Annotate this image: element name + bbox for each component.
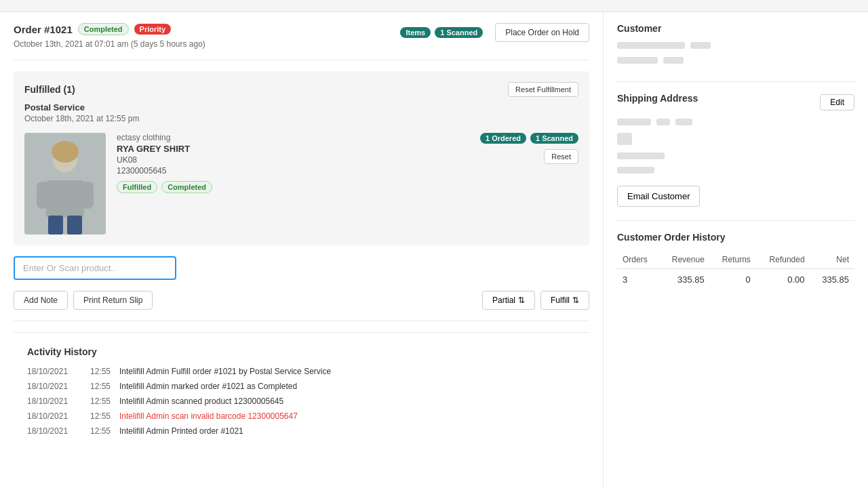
order-number: Order #1021: [14, 24, 73, 35]
item-brand: ectasy clothing: [117, 133, 469, 142]
activity-text: Intelifill Admin Printed order #1021: [119, 426, 576, 436]
fulfilled-title: Fulfilled (1): [24, 84, 75, 95]
activity-time: 12:55: [90, 382, 114, 391]
edit-address-button[interactable]: Edit: [820, 94, 854, 110]
address-row-3: [617, 152, 854, 163]
cell-net: 335.85: [810, 269, 854, 291]
shipping-title: Shipping Address: [617, 93, 698, 104]
actions-divider: [14, 321, 589, 321]
history-tbody: 3 335.85 0 0.00 335.85: [617, 269, 854, 291]
col-net: Net: [810, 251, 854, 269]
customer-name-placeholder: [617, 42, 685, 49]
cell-orders: 3: [617, 269, 659, 291]
activity-time: 12:55: [90, 396, 114, 406]
left-panel: Order #1021 Completed Priority October 1…: [0, 12, 604, 488]
add-note-button[interactable]: Add Note: [14, 291, 68, 310]
items-scanned-badges: Items 1 Scanned: [400, 27, 483, 38]
activity-time: 12:55: [90, 367, 114, 376]
activity-item: 18/10/202112:55Intelifill Admin marked o…: [27, 382, 576, 391]
fulfilled-item-badge: Fulfilled: [117, 181, 157, 193]
activity-title: Activity History: [27, 346, 576, 357]
addr-placeholder-2: [656, 119, 670, 125]
item-row: ectasy clothing RYA GREY SHIRT UK08 1230…: [24, 133, 578, 235]
activity-text: Intelifill Admin scan invalid barcode 12…: [119, 411, 576, 421]
partial-label: Partial: [492, 296, 515, 305]
partial-chevron-icon: ⇅: [518, 296, 525, 305]
address-row-1: [617, 119, 854, 129]
activity-item: 18/10/202112:55Intelifill Admin scan inv…: [27, 411, 576, 421]
customer-detail-placeholder: [617, 57, 658, 64]
reset-fulfillment-button[interactable]: Reset Fulfillment: [508, 82, 578, 97]
history-title: Customer Order History: [617, 232, 854, 243]
shipping-divider: [617, 220, 854, 221]
shipping-header: Shipping Address Edit: [617, 93, 854, 112]
activity-date: 18/10/2021: [27, 426, 85, 436]
activity-item: 18/10/202112:55Intelifill Admin Fulfill …: [27, 367, 576, 376]
item-image: [24, 133, 106, 235]
items-badge: Items: [400, 27, 431, 38]
order-actions: Items 1 Scanned Place Order on Hold: [400, 23, 589, 42]
history-header-row: Orders Revenue Returns Refunded Net: [617, 251, 854, 269]
customer-name-placeholder2: [690, 42, 711, 49]
fulfill-button[interactable]: Fulfill ⇅: [540, 291, 589, 310]
fulfillment-date: October 18th, 2021 at 12:55 pm: [24, 114, 578, 123]
svg-rect-8: [24, 133, 106, 235]
col-refunded: Refunded: [756, 251, 810, 269]
order-title-row: Order #1021 Completed Priority: [14, 23, 205, 35]
scan-section: [14, 256, 589, 280]
priority-badge: Priority: [134, 24, 172, 35]
customer-title: Customer: [617, 23, 854, 34]
activity-time: 12:55: [90, 426, 114, 436]
activity-text: Intelifill Admin Fulfill order #1021 by …: [119, 367, 576, 376]
right-panel: Customer Shipping Address Edit: [604, 12, 868, 488]
item-variant: UK08: [117, 155, 469, 165]
history-thead: Orders Revenue Returns Refunded Net: [617, 251, 854, 269]
activity-date: 18/10/2021: [27, 411, 85, 421]
history-data-row: 3 335.85 0 0.00 335.85: [617, 269, 854, 291]
place-order-on-hold-button[interactable]: Place Order on Hold: [495, 23, 589, 42]
address-row-4: [617, 167, 854, 178]
scan-input[interactable]: [14, 256, 176, 280]
customer-section: Customer: [617, 23, 854, 68]
fulfillment-service: Postal Service: [24, 102, 578, 113]
partial-button[interactable]: Partial ⇅: [482, 291, 535, 310]
cell-returns: 0: [710, 269, 756, 291]
activity-text: Intelifill Admin scanned product 1230000…: [119, 396, 576, 406]
bottom-left-actions: Add Note Print Return Slip: [14, 291, 153, 310]
customer-divider: [617, 81, 854, 82]
top-bar: [0, 0, 868, 12]
order-title-section: Order #1021 Completed Priority October 1…: [14, 23, 205, 49]
order-header: Order #1021 Completed Priority October 1…: [14, 23, 589, 49]
shipping-section: Shipping Address Edit Email: [617, 93, 854, 207]
fulfill-label: Fulfill: [551, 296, 570, 305]
activity-item: 18/10/202112:55Intelifill Admin Printed …: [27, 426, 576, 436]
cell-revenue: 335.85: [659, 269, 710, 291]
address-row-2: [617, 133, 854, 149]
customer-detail-row: [617, 57, 854, 68]
item-scanned-badge: 1 Scanned: [530, 133, 578, 144]
activity-section: Activity History 18/10/202112:55Intelifi…: [14, 332, 589, 455]
bottom-right-actions: Partial ⇅ Fulfill ⇅: [482, 291, 589, 310]
scanned-badge: 1 Scanned: [435, 27, 483, 38]
activity-text: Intelifill Admin marked order #1021 as C…: [119, 382, 576, 391]
customer-detail-placeholder2: [663, 57, 684, 64]
addr-placeholder-3: [675, 119, 692, 125]
item-badges: Fulfilled Completed: [117, 181, 469, 193]
order-date: October 13th, 2021 at 07:01 am (5 days 5…: [14, 39, 205, 49]
item-reset-button[interactable]: Reset: [544, 149, 578, 164]
activity-list: 18/10/202112:55Intelifill Admin Fulfill …: [27, 367, 576, 436]
activity-item: 18/10/202112:55Intelifill Admin scanned …: [27, 396, 576, 406]
completed-item-badge: Completed: [161, 181, 212, 193]
activity-date: 18/10/2021: [27, 367, 85, 376]
col-revenue: Revenue: [659, 251, 710, 269]
col-returns: Returns: [710, 251, 756, 269]
col-orders: Orders: [617, 251, 659, 269]
header-divider: [14, 60, 589, 60]
print-return-slip-button[interactable]: Print Return Slip: [73, 291, 153, 310]
email-customer-button[interactable]: Email Customer: [617, 186, 700, 207]
item-name: RYA GREY SHIRT: [117, 144, 469, 154]
history-table: Orders Revenue Returns Refunded Net 3 33…: [617, 251, 854, 290]
history-section: Customer Order History Orders Revenue Re…: [617, 232, 854, 290]
completed-badge: Completed: [78, 23, 129, 35]
fulfilled-header: Fulfilled (1) Reset Fulfillment: [24, 82, 578, 97]
